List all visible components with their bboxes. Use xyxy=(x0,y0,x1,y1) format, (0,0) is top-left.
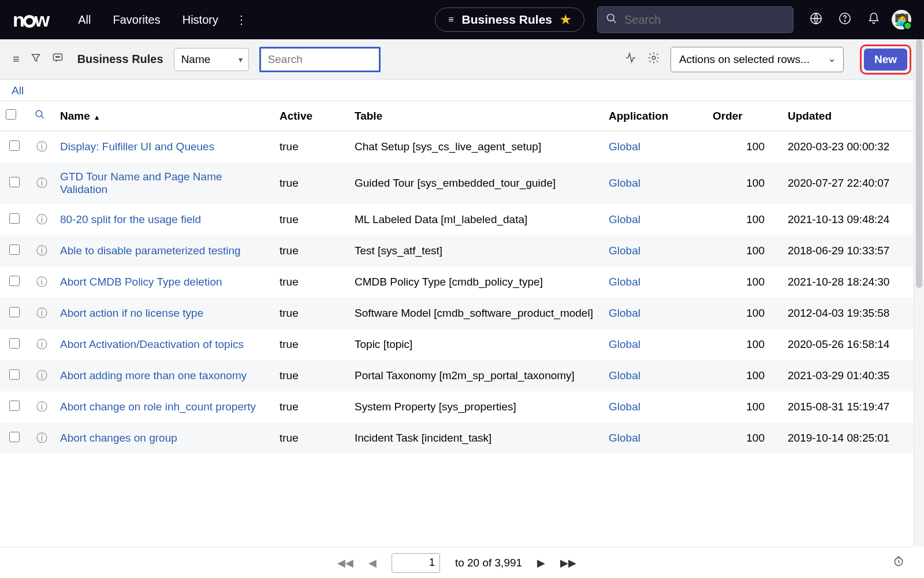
row-table: Test [sys_atf_test] xyxy=(355,244,442,257)
col-header-name[interactable]: Name▲ xyxy=(54,101,274,131)
col-header-active[interactable]: Active xyxy=(274,101,349,131)
row-table: Guided Tour [sys_embedded_tour_guide] xyxy=(355,177,556,189)
product-logo[interactable]: nw xyxy=(13,9,49,31)
row-application-link[interactable]: Global xyxy=(609,213,640,225)
row-application-link[interactable]: Global xyxy=(609,338,640,350)
row-order: 100 xyxy=(746,369,765,381)
row-name-link[interactable]: Abort changes on group xyxy=(60,432,177,444)
pager-next-icon[interactable]: ▶ xyxy=(537,557,545,569)
row-application-link[interactable]: Global xyxy=(609,177,640,189)
search-field-select[interactable]: Name xyxy=(174,48,249,71)
row-application-link[interactable]: Global xyxy=(609,244,640,257)
pager-prev-icon[interactable]: ◀ xyxy=(368,557,377,569)
row-info-icon[interactable]: ⓘ xyxy=(36,177,47,189)
menu-icon[interactable]: ≡ xyxy=(13,53,20,66)
row-order: 100 xyxy=(746,432,765,444)
row-updated: 2019-10-14 08:25:01 xyxy=(788,432,889,444)
context-pill[interactable]: ≡ Business Rules ★ xyxy=(435,8,584,32)
row-name-link[interactable]: Display: Fulfiller UI and Queues xyxy=(60,140,214,153)
row-checkbox[interactable] xyxy=(9,213,20,224)
row-name-link[interactable]: Abort CMDB Policy Type deletion xyxy=(60,276,222,288)
vertical-scrollbar[interactable] xyxy=(914,39,924,547)
pager-page-input[interactable] xyxy=(392,553,440,573)
records-table: Name▲ Active Table Application Order Upd… xyxy=(0,101,924,454)
row-info-icon[interactable]: ⓘ xyxy=(36,338,47,350)
row-application-link[interactable]: Global xyxy=(609,307,640,319)
col-header-table[interactable]: Table xyxy=(349,101,603,131)
search-icon xyxy=(606,13,617,27)
row-info-icon[interactable]: ⓘ xyxy=(36,140,47,153)
row-table: CMDB Policy Type [cmdb_policy_type] xyxy=(355,276,543,288)
nav-history[interactable]: History xyxy=(182,13,218,27)
row-order: 100 xyxy=(746,401,765,413)
svg-point-6 xyxy=(55,57,57,58)
list-search-input[interactable] xyxy=(259,47,381,72)
nav-favorites[interactable]: Favorites xyxy=(113,13,160,27)
row-application-link[interactable]: Global xyxy=(609,369,640,381)
global-search[interactable] xyxy=(597,6,793,33)
row-name-link[interactable]: GTD Tour Name and Page Name Validation xyxy=(60,171,222,195)
table-row: ⓘGTD Tour Name and Page Name Validationt… xyxy=(0,162,924,204)
table-row: ⓘAbort Activation/Deactivation of topics… xyxy=(0,329,924,360)
row-name-link[interactable]: Abort adding more than one taxonomy xyxy=(60,369,247,381)
help-icon[interactable] xyxy=(839,12,851,28)
nav-all[interactable]: All xyxy=(78,13,91,27)
row-application-link[interactable]: Global xyxy=(609,432,640,444)
row-info-icon[interactable]: ⓘ xyxy=(36,244,47,257)
row-active: true xyxy=(280,401,299,413)
row-checkbox[interactable] xyxy=(9,338,20,349)
global-search-input[interactable] xyxy=(624,13,785,27)
column-search-icon[interactable] xyxy=(35,110,45,122)
breadcrumb: All xyxy=(0,80,924,101)
row-info-icon[interactable]: ⓘ xyxy=(36,213,47,225)
user-avatar[interactable]: 🧑‍💻 xyxy=(892,10,911,29)
row-updated: 2018-06-29 10:33:57 xyxy=(788,244,889,257)
col-header-application[interactable]: Application xyxy=(603,101,707,131)
row-info-icon[interactable]: ⓘ xyxy=(36,432,47,444)
actions-select[interactable]: Actions on selected rows... xyxy=(670,47,844,72)
timing-icon[interactable] xyxy=(893,555,904,570)
row-info-icon[interactable]: ⓘ xyxy=(36,276,47,288)
row-application-link[interactable]: Global xyxy=(609,401,640,413)
row-checkbox[interactable] xyxy=(9,244,20,255)
col-header-updated[interactable]: Updated xyxy=(782,101,924,131)
bell-icon[interactable] xyxy=(867,12,880,28)
row-table: Portal Taxonomy [m2m_sp_portal_taxonomy] xyxy=(355,369,575,381)
gear-icon[interactable] xyxy=(647,51,660,67)
row-active: true xyxy=(280,244,299,257)
filter-icon[interactable] xyxy=(30,52,42,66)
row-application-link[interactable]: Global xyxy=(609,276,640,288)
favorite-star-icon[interactable]: ★ xyxy=(560,13,571,27)
pager-first-icon[interactable]: ◀◀ xyxy=(337,557,353,569)
nav-more-icon[interactable]: ⋮ xyxy=(236,13,247,27)
globe-icon[interactable] xyxy=(810,12,822,28)
row-name-link[interactable]: Abort action if no license type xyxy=(60,307,203,319)
scrollbar-thumb[interactable] xyxy=(916,39,922,288)
select-all-checkbox[interactable] xyxy=(6,109,16,120)
row-checkbox[interactable] xyxy=(9,276,20,286)
row-info-icon[interactable]: ⓘ xyxy=(36,401,47,413)
row-name-link[interactable]: Abort change on role inh_count property xyxy=(60,401,256,413)
table-row: ⓘDisplay: Fulfiller UI and QueuestrueCha… xyxy=(0,131,924,163)
row-checkbox[interactable] xyxy=(9,432,20,442)
col-header-order[interactable]: Order xyxy=(707,101,782,131)
row-name-link[interactable]: 80-20 split for the usage field xyxy=(60,213,201,225)
activity-icon[interactable] xyxy=(624,51,637,67)
row-info-icon[interactable]: ⓘ xyxy=(36,369,47,381)
row-checkbox[interactable] xyxy=(9,369,20,380)
search-field-select-value: Name xyxy=(181,53,211,66)
row-active: true xyxy=(280,432,299,444)
row-checkbox[interactable] xyxy=(9,177,20,187)
row-order: 100 xyxy=(746,213,765,225)
row-name-link[interactable]: Abort Activation/Deactivation of topics xyxy=(60,338,244,350)
row-checkbox[interactable] xyxy=(9,401,20,411)
row-checkbox[interactable] xyxy=(9,307,20,317)
row-info-icon[interactable]: ⓘ xyxy=(36,307,47,319)
pager-last-icon[interactable]: ▶▶ xyxy=(560,557,576,569)
row-name-link[interactable]: Able to disable parameterized testing xyxy=(60,244,241,257)
breadcrumb-all[interactable]: All xyxy=(12,84,24,97)
row-application-link[interactable]: Global xyxy=(609,140,640,153)
row-checkbox[interactable] xyxy=(9,140,20,151)
feedback-icon[interactable] xyxy=(52,52,64,66)
new-button[interactable]: New xyxy=(864,49,907,71)
